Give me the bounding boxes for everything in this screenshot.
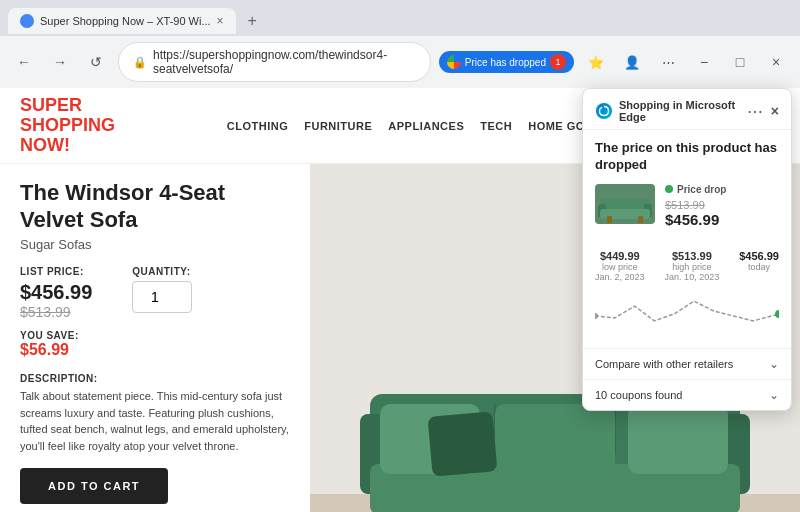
list-price-label: LIST PRICE:	[20, 266, 92, 277]
popup-body: The price on this product has dropped Pr…	[583, 130, 791, 250]
price-chart-svg	[595, 286, 779, 336]
popup-headline: The price on this product has dropped	[595, 140, 779, 174]
savings-amount: $56.99	[20, 341, 290, 359]
popup-title: Shopping in Microsoft Edge	[619, 99, 747, 123]
reload-btn[interactable]: ↺	[82, 48, 110, 76]
popup-price-info: Price drop $513.99 $456.99	[665, 184, 726, 228]
popup-product-thumbnail	[595, 184, 655, 224]
description-label: DESCRIPTION:	[20, 373, 290, 384]
add-to-cart-button[interactable]: ADD TO CART	[20, 468, 168, 504]
product-brand: Sugar Sofas	[20, 237, 290, 252]
svg-rect-22	[638, 216, 643, 223]
svg-rect-9	[495, 404, 615, 474]
popup-price-chart: $449.99 low price Jan. 2, 2023 $513.99 h…	[583, 250, 791, 348]
tab-bar: Super Shopping Now – XT-90 Wi... × +	[0, 0, 800, 36]
popup-new-price: $456.99	[665, 211, 726, 228]
popup-old-price: $513.99	[665, 199, 726, 211]
popup-close-btn[interactable]: ×	[771, 103, 779, 119]
extensions-btn[interactable]: ⭐	[582, 48, 610, 76]
site-logo[interactable]: SUPER SHOPPING NOW!	[20, 96, 115, 155]
nav-furniture[interactable]: FURNITURE	[304, 120, 372, 132]
close-btn[interactable]: ×	[762, 48, 790, 76]
green-dot-icon	[665, 185, 673, 193]
description-text: Talk about statement piece. This mid-cen…	[20, 388, 290, 454]
savings-label: YOU SAVE:	[20, 330, 290, 341]
new-tab-btn[interactable]: +	[240, 6, 265, 36]
nav-tech[interactable]: TECH	[480, 120, 512, 132]
savings-section: YOU SAVE: $56.99	[20, 330, 290, 359]
quantity-section: QUANTITY:	[132, 266, 192, 313]
active-tab[interactable]: Super Shopping Now – XT-90 Wi... ×	[8, 8, 236, 34]
price-row: LIST PRICE: $456.99 $513.99 QUANTITY:	[20, 266, 290, 320]
edge-icon	[447, 55, 461, 69]
svg-point-24	[775, 310, 779, 318]
profile-btn[interactable]: 👤	[618, 48, 646, 76]
price-dropped-label: Price has dropped	[465, 57, 546, 68]
popup-more-btn[interactable]: ⋯	[747, 102, 763, 121]
menu-btn[interactable]: ⋯	[654, 48, 682, 76]
svg-rect-11	[428, 412, 498, 477]
list-price-section: LIST PRICE: $456.99 $513.99	[20, 266, 92, 320]
popup-coupons-section[interactable]: 10 coupons found ⌄	[583, 379, 791, 410]
main-nav: CLOTHING FURNITURE APPLIANCES TECH HOME …	[227, 120, 610, 132]
quantity-input[interactable]	[132, 281, 192, 313]
popup-product-row: Price drop $513.99 $456.99	[595, 184, 779, 228]
svg-rect-10	[628, 404, 728, 474]
popup-header: Shopping in Microsoft Edge ⋯ ×	[583, 89, 791, 130]
address-bar[interactable]: 🔒 https://supershoppingnow.com/thewindso…	[118, 42, 431, 82]
minimize-btn[interactable]: −	[690, 48, 718, 76]
chart-high-price: $513.99 high price Jan. 10, 2023	[665, 250, 720, 282]
description-section: DESCRIPTION: Talk about statement piece.…	[20, 373, 290, 454]
edge-shopping-popup: Shopping in Microsoft Edge ⋯ × The price…	[582, 88, 792, 411]
tab-title: Super Shopping Now – XT-90 Wi...	[40, 15, 211, 27]
popup-price-drop-label: Price drop	[665, 184, 726, 195]
compare-chevron-icon: ⌄	[769, 357, 779, 371]
list-price-current: $456.99	[20, 281, 92, 304]
quantity-label: QUANTITY:	[132, 266, 192, 277]
browser-chrome: Super Shopping Now – XT-90 Wi... × + ← →…	[0, 0, 800, 88]
list-price-original: $513.99	[20, 304, 92, 320]
svg-point-16	[596, 103, 612, 119]
address-text: https://supershoppingnow.com/thewindsor4…	[153, 48, 416, 76]
svg-point-23	[595, 313, 598, 319]
chart-today-price: $456.99 today	[739, 250, 779, 282]
back-btn[interactable]: ←	[10, 48, 38, 76]
chart-low-price: $449.99 low price Jan. 2, 2023	[595, 250, 645, 282]
chart-labels: $449.99 low price Jan. 2, 2023 $513.99 h…	[595, 250, 779, 282]
maximize-btn[interactable]: □	[726, 48, 754, 76]
nav-appliances[interactable]: APPLIANCES	[388, 120, 464, 132]
nav-clothing[interactable]: CLOTHING	[227, 120, 288, 132]
popup-sofa-icon	[595, 184, 655, 224]
product-title: The Windsor 4-Seat Velvet Sofa	[20, 180, 290, 233]
tab-close-btn[interactable]: ×	[217, 14, 224, 28]
browser-toolbar: ← → ↺ 🔒 https://supershoppingnow.com/the…	[0, 36, 800, 88]
lock-icon: 🔒	[133, 56, 147, 69]
popup-compare-section[interactable]: Compare with other retailers ⌄	[583, 348, 791, 379]
badge-count: 1	[550, 54, 566, 70]
coupons-chevron-icon: ⌄	[769, 388, 779, 402]
product-info: The Windsor 4-Seat Velvet Sofa Sugar Sof…	[0, 164, 310, 512]
svg-rect-21	[607, 216, 612, 223]
left-panel: The Windsor 4-Seat Velvet Sofa Sugar Sof…	[0, 164, 310, 512]
tab-favicon	[20, 14, 34, 28]
price-dropped-badge[interactable]: Price has dropped 1	[439, 51, 574, 73]
forward-btn[interactable]: →	[46, 48, 74, 76]
edge-logo-icon	[595, 102, 613, 120]
